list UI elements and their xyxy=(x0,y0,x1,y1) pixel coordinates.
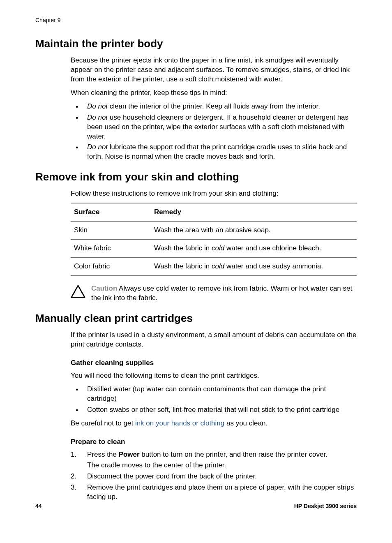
section1-title: Maintain the printer body xyxy=(35,37,357,51)
list-item: Distilled water (tap water can contain c… xyxy=(71,385,357,404)
remedy-table: Surface Remedy Skin Wash the area with a… xyxy=(71,203,357,276)
svg-marker-0 xyxy=(71,286,85,298)
table-header-row: Surface Remedy xyxy=(71,203,357,221)
section1-bullets: Do not clean the interior of the printer… xyxy=(71,102,357,162)
sub1-p1: You will need the following items to cle… xyxy=(71,371,357,381)
caution-box: Caution Always use cold water to remove … xyxy=(71,284,357,303)
step-item: Press the Power button to turn on the pr… xyxy=(71,450,357,471)
page-number: 44 xyxy=(35,502,42,510)
cell-surface: White fabric xyxy=(71,240,151,258)
step-sub: The cradle moves to the center of the pr… xyxy=(87,461,357,470)
bullet-text: lubricate the support rod that the print… xyxy=(87,143,347,160)
emphasis: Do not xyxy=(87,102,108,110)
chapter-label: Chapter 9 xyxy=(35,16,357,24)
caution-icon xyxy=(71,284,85,302)
list-item: Cotton swabs or other soft, lint-free ma… xyxy=(71,405,357,415)
sub2-title: Prepare to clean xyxy=(71,437,357,447)
section1-p1: Because the printer ejects ink onto the … xyxy=(71,56,357,84)
list-item: Do not lubricate the support rod that th… xyxy=(71,143,357,162)
caution-text: Caution Always use cold water to remove … xyxy=(91,284,357,303)
sub1-p2: Be careful not to get ink on your hands … xyxy=(71,419,357,428)
ink-link[interactable]: ink on your hands or clothing xyxy=(135,419,224,427)
section3-title: Manually clean print cartridges xyxy=(35,311,357,326)
table-row: White fabric Wash the fabric in cold wat… xyxy=(71,240,357,258)
cell-remedy: Wash the area with an abrasive soap. xyxy=(151,222,357,240)
table-row: Skin Wash the area with an abrasive soap… xyxy=(71,222,357,240)
cell-surface: Color fabric xyxy=(71,258,151,276)
header-remedy: Remedy xyxy=(151,203,357,221)
step-item: Remove the print cartridges and place th… xyxy=(71,483,357,502)
cell-remedy: Wash the fabric in cold water and use su… xyxy=(151,258,357,276)
bullet-text: clean the interior of the printer. Keep … xyxy=(108,102,320,110)
cell-surface: Skin xyxy=(71,222,151,240)
section1-p2: When cleaning the printer, keep these ti… xyxy=(71,88,357,98)
section3-p1: If the printer is used in a dusty enviro… xyxy=(71,330,357,349)
emphasis: Do not xyxy=(87,143,108,151)
header-surface: Surface xyxy=(71,203,151,221)
section2-title: Remove ink from your skin and clothing xyxy=(35,170,357,184)
sub1-bullets: Distilled water (tap water can contain c… xyxy=(71,385,357,415)
table-row: Color fabric Wash the fabric in cold wat… xyxy=(71,258,357,276)
step-item: Disconnect the power cord from the back … xyxy=(71,472,357,481)
caution-label: Caution xyxy=(91,284,117,292)
emphasis: Do not xyxy=(87,113,108,121)
list-item: Do not use household cleaners or deterge… xyxy=(71,113,357,141)
list-item: Do not clean the interior of the printer… xyxy=(71,102,357,111)
section2-p1: Follow these instructions to remove ink … xyxy=(71,189,357,199)
page-footer: 44 HP Deskjet 3900 series xyxy=(35,502,357,510)
cell-remedy: Wash the fabric in cold water and use ch… xyxy=(151,240,357,258)
bullet-text: use household cleaners or detergent. If … xyxy=(87,113,348,140)
product-name: HP Deskjet 3900 series xyxy=(294,502,357,510)
emphasis-bold: Power xyxy=(119,451,140,458)
steps-list: Press the Power button to turn on the pr… xyxy=(71,450,357,502)
sub1-title: Gather cleaning supplies xyxy=(71,358,357,368)
